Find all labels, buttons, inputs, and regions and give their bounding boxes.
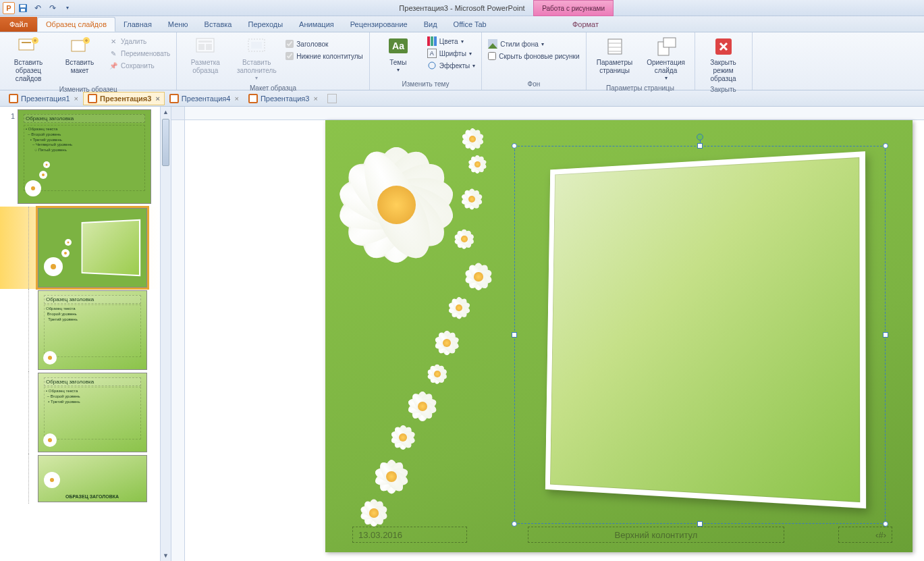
svg-point-30 [46, 164, 48, 166]
tab-review[interactable]: Рецензирование [342, 17, 416, 32]
resize-handle-se[interactable] [883, 521, 888, 527]
layout-thumbnail[interactable]: ОБРАЗЕЦ ЗАГОЛОВКА [38, 455, 147, 502]
tab-home[interactable]: Главная [115, 17, 160, 32]
new-doc-tab[interactable] [323, 92, 342, 105]
footer-placeholder[interactable]: Верхний колонтитул [528, 527, 784, 543]
tab-animation[interactable]: Анимация [291, 17, 342, 32]
scroll-up-icon[interactable]: ▲ [161, 107, 171, 117]
daisy-flower-icon [406, 390, 439, 423]
layout-thumbnail[interactable] [38, 208, 147, 288]
close-master-button[interactable]: Закрыть режим образца [699, 34, 748, 84]
resize-handle-sw[interactable] [512, 521, 517, 527]
svg-text:Aa: Aa [392, 41, 404, 51]
selected-object[interactable] [514, 146, 886, 524]
daisy-flower-icon [389, 424, 416, 451]
main-area: 1 Образец заголовка • Образец текста – В… [0, 107, 924, 561]
scrollbar-handle[interactable] [162, 119, 169, 166]
layout-thumbnail-row[interactable] [0, 207, 160, 289]
undo-icon[interactable]: ↶ [31, 2, 45, 14]
scroll-down-icon[interactable]: ▼ [161, 550, 171, 561]
hide-bg-graphics-checkbox[interactable]: Скрыть фоновые рисунки [486, 51, 581, 61]
daisy-flower-icon [373, 458, 410, 496]
colors-button[interactable]: Цвета ▾ [425, 36, 477, 47]
close-tab-icon[interactable]: × [155, 95, 159, 103]
svg-point-36 [67, 242, 70, 244]
slide-number-placeholder[interactable]: ‹#› [838, 527, 892, 543]
resize-handle-s[interactable] [697, 521, 703, 527]
master-thumbnail-row[interactable]: 1 Образец заголовка • Образец текста – В… [0, 107, 160, 207]
daisy-flower-icon [427, 363, 448, 385]
layout-thumbnail[interactable]: Образец заголовка Образец текста Второй … [38, 290, 147, 370]
group-background-label: Фон [486, 79, 581, 90]
thumbnail-scrollbar[interactable]: ▲ ▼ [160, 107, 171, 561]
vertical-ruler[interactable] [171, 120, 185, 561]
resize-handle-nw[interactable] [512, 143, 517, 149]
tab-file[interactable]: Файл [0, 17, 37, 32]
layout-thumbnail[interactable]: Образец заголовка • Образец текста – Вто… [38, 373, 147, 452]
doc-tab[interactable]: Презентация3× [244, 92, 323, 105]
save-icon[interactable] [16, 2, 30, 14]
horizontal-ruler[interactable] [185, 107, 924, 120]
close-tab-icon[interactable]: × [234, 95, 238, 103]
title-checkbox[interactable]: Заголовок [283, 38, 364, 49]
title-bar: P ↶ ↷ ▾ Презентация3 - Microsoft PowerPo… [0, 0, 924, 16]
master-index: 1 [5, 109, 15, 120]
insert-slide-master-button[interactable]: Вставить образец слайдов [4, 34, 53, 84]
contextual-tab-group: Работа с рисунками [533, 0, 614, 16]
rename-button: ✎Переименовать [107, 48, 172, 59]
insert-layout-button[interactable]: Вставить макет [55, 34, 104, 76]
tab-view[interactable]: Вид [416, 17, 445, 32]
slide[interactable]: 13.03.2016 Верхний колонтитул ‹#› [325, 120, 913, 552]
close-tab-icon[interactable]: × [74, 95, 78, 103]
effects-icon [427, 61, 437, 70]
resize-handle-e[interactable] [883, 332, 888, 338]
qat-customize-icon[interactable]: ▾ [61, 2, 74, 14]
slide-orientation-button[interactable]: Ориентация слайда▾ [642, 34, 690, 83]
themes-button[interactable]: Aa Темы▾ [374, 34, 423, 75]
tab-format[interactable]: Формат [564, 17, 607, 32]
resize-handle-w[interactable] [512, 332, 517, 338]
fonts-icon: A [427, 49, 437, 58]
tab-transitions[interactable]: Переходы [240, 17, 291, 32]
svg-point-42 [50, 478, 54, 482]
presentation-icon [9, 94, 18, 103]
svg-rect-18 [434, 36, 437, 46]
quick-access-toolbar: P ↶ ↷ ▾ [0, 2, 74, 14]
footers-checkbox[interactable]: Нижние колонтитулы [283, 51, 364, 61]
redo-icon[interactable]: ↷ [46, 2, 59, 14]
master-thumbnail[interactable]: Образец заголовка • Образец текста – Вто… [18, 109, 151, 204]
date-placeholder[interactable]: 13.03.2016 [352, 527, 467, 543]
themes-icon: Aa [387, 36, 409, 57]
svg-point-28 [42, 173, 45, 176]
svg-rect-11 [206, 44, 212, 50]
close-tab-icon[interactable]: × [313, 95, 317, 103]
tab-slide-master[interactable]: Образец слайдов [37, 17, 115, 32]
resize-handle-ne[interactable] [883, 143, 888, 149]
layout-thumbnail-row[interactable]: Образец заголовка • Образец текста – Вто… [0, 371, 160, 454]
daisy-flower-icon [359, 498, 389, 528]
doc-tab[interactable]: Презентация1× [4, 92, 83, 105]
tab-menu[interactable]: Меню [160, 17, 196, 32]
page-setup-button[interactable]: Параметры страницы [591, 34, 639, 76]
group-close-label: Закрыть [699, 84, 748, 95]
background-styles-button[interactable]: Стили фона ▾ [486, 38, 581, 49]
delete-button: ✕Удалить [107, 36, 172, 47]
svg-rect-13 [251, 42, 262, 49]
master-layout-icon [194, 36, 216, 57]
group-close: Закрыть режим образца Закрыть [695, 32, 753, 90]
effects-button[interactable]: Эффекты ▾ [425, 60, 477, 71]
svg-point-40 [48, 438, 52, 442]
doc-tab[interactable]: Презентация4× [165, 92, 244, 105]
picture-frame [545, 151, 866, 508]
app-icon[interactable]: P [3, 2, 15, 14]
doc-tab[interactable]: Презентация3× [83, 92, 165, 105]
daisy-decoration-icon [20, 155, 53, 202]
rotation-handle[interactable] [697, 134, 703, 140]
layout-thumbnail-row[interactable]: Образец заголовка Образец текста Второй … [0, 289, 160, 371]
tab-office-tab[interactable]: Office Tab [445, 17, 495, 32]
tab-insert[interactable]: Вставка [196, 17, 240, 32]
fonts-button[interactable]: AШрифты ▾ [425, 48, 477, 59]
layout-thumbnail-row[interactable]: ОБРАЗЕЦ ЗАГОЛОВКА [0, 454, 160, 504]
resize-handle-n[interactable] [697, 143, 703, 149]
daisy-flower-icon [460, 127, 485, 151]
